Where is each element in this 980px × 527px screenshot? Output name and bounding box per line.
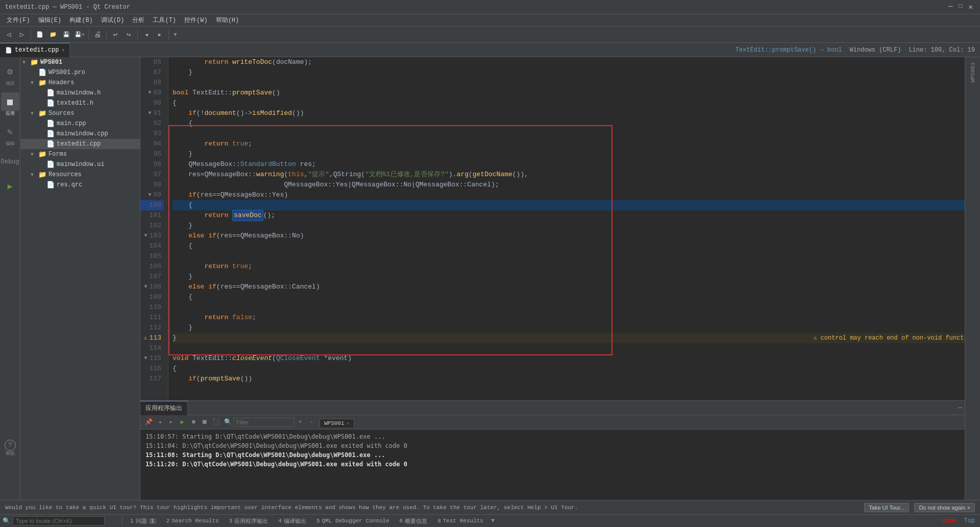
- ln-89: ▼89: [140, 88, 164, 98]
- toolbar-redo[interactable]: ↪: [122, 29, 135, 41]
- code-line-87: }: [173, 67, 980, 78]
- code-line-91: if(!document()->isModified()): [173, 108, 980, 118]
- tree-resources-icon: 📁: [38, 171, 46, 179]
- toolbar-next-nav[interactable]: ▸: [154, 29, 166, 41]
- debug-icon[interactable]: Debug: [1, 153, 19, 171]
- menu-file[interactable]: 文件(F): [3, 15, 34, 26]
- project-icon[interactable]: ⚙: [1, 62, 19, 81]
- strip-tab-summary[interactable]: 6 概要信息: [395, 515, 433, 528]
- no-show-btn[interactable]: Do not show again ×: [914, 503, 975, 512]
- strip-tab-4-num: 4: [278, 518, 282, 524]
- maximize-btn[interactable]: □: [959, 3, 962, 11]
- tree-textedit-h[interactable]: 📄 textedit.h: [20, 98, 140, 108]
- code-container[interactable]: 86 87 88 ▼89 90 ▼91 92 93 94 95 96 97 98…: [140, 57, 980, 400]
- sidebar-icon-run[interactable]: ▶: [1, 175, 19, 198]
- tree-mainwindow-ui[interactable]: 📄 mainwindow.ui: [20, 159, 140, 170]
- menu-analyze[interactable]: 分析: [128, 15, 149, 26]
- tree-res-qrc[interactable]: 📄 res.qrc: [20, 180, 140, 190]
- tree-root[interactable]: ▼ 📁 WPS001: [20, 57, 140, 67]
- code-content[interactable]: return writeToDoc(docName); } bool TextE…: [168, 57, 980, 400]
- output-line-2: 15:11:04: D:\QT\qtCode\WPS001\Debug\debu…: [145, 441, 975, 450]
- tree-resources-group[interactable]: ▼ 📁 Resources: [20, 170, 140, 180]
- bottom-pin-btn[interactable]: 📌: [143, 417, 154, 428]
- sidebar-icon-project[interactable]: ⚙ 项目: [1, 60, 19, 89]
- right-sidebar-label[interactable]: WPS001: [970, 62, 976, 83]
- menu-build[interactable]: 构建(B): [65, 15, 97, 26]
- strip-tab-test[interactable]: 8 Test Results: [432, 515, 488, 528]
- close-btn[interactable]: ✕: [969, 3, 973, 11]
- toolbar-back[interactable]: ◁: [3, 29, 15, 41]
- strip-tab-compileoutput[interactable]: 4 编译输出: [273, 515, 311, 528]
- tab-textedit-cpp[interactable]: 📄 textedit.cpp ✕: [0, 43, 70, 57]
- code-line-95: }: [173, 149, 980, 159]
- toolbar-print[interactable]: 🖨: [91, 29, 104, 41]
- bottom-stop2-btn[interactable]: ⏹: [199, 417, 210, 428]
- tree-resources-label: Resources: [48, 171, 82, 178]
- top-btn[interactable]: Top: [964, 517, 975, 524]
- take-tour-btn[interactable]: Take UI Tour...: [864, 503, 909, 512]
- toolbar-prev-nav[interactable]: ◂: [140, 29, 153, 41]
- menu-widget[interactable]: 控件(W): [180, 15, 212, 26]
- ln-104: 104: [140, 241, 164, 251]
- locate-input[interactable]: [13, 516, 105, 525]
- tree-textedit-cpp[interactable]: 📄 textedit.cpp: [20, 139, 140, 149]
- tab-close-btn[interactable]: ✕: [61, 47, 64, 53]
- bottom-next-btn[interactable]: ▸: [165, 417, 177, 428]
- ln-92: 92: [140, 118, 164, 129]
- strip-tab-search[interactable]: 2 Search Results: [161, 515, 224, 528]
- tree-sources-group[interactable]: ▼ 📁 Sources: [20, 108, 140, 118]
- bottom-stop-btn[interactable]: ■: [188, 417, 199, 428]
- strip-tab-more[interactable]: ▼: [488, 517, 497, 524]
- menu-help[interactable]: 帮助(H): [212, 15, 243, 26]
- toolbar-save[interactable]: 💾: [60, 29, 72, 41]
- bottom-minus-btn[interactable]: -: [306, 417, 317, 428]
- strip-tab-appoutput[interactable]: 3 应用程序输出: [224, 515, 274, 528]
- tree-main-cpp-label: main.cpp: [57, 120, 86, 127]
- app-icon[interactable]: ▦: [1, 92, 19, 111]
- sidebar-icon-help[interactable]: ? 帮助: [5, 437, 16, 459]
- sidebar-icon-app[interactable]: ▦ 应用: [1, 90, 19, 119]
- sidebar-icon-debug[interactable]: Debug: [1, 150, 19, 174]
- bottom-tab-output[interactable]: 应用程序输出: [140, 401, 188, 415]
- tree-mainwindow-cpp[interactable]: 📄 mainwindow.cpp: [20, 129, 140, 139]
- editor-area[interactable]: 86 87 88 ▼89 90 ▼91 92 93 94 95 96 97 98…: [140, 57, 980, 400]
- toolbar-new[interactable]: 📄: [34, 29, 46, 41]
- tree-mainwindow-h[interactable]: 📄 mainwindow.h: [20, 88, 140, 98]
- bottom-prev-btn[interactable]: ◂: [154, 417, 165, 428]
- tree-headers-group[interactable]: ▼ 📁 Headers: [20, 78, 140, 88]
- strip-tab-issues[interactable]: 1 问题 1: [125, 515, 161, 528]
- toolbar-undo[interactable]: ↩: [109, 29, 121, 41]
- run-icon[interactable]: ▶: [1, 177, 19, 196]
- bottom-play-btn[interactable]: ▶: [177, 417, 188, 428]
- help-icon[interactable]: ?: [5, 440, 16, 451]
- bottom-add-btn[interactable]: +: [295, 417, 306, 428]
- status-bar: Would you like to take a quick UI tour? …: [0, 500, 980, 514]
- tree-pro-file[interactable]: 📄 WPS001.pro: [20, 67, 140, 78]
- ln-114: 114: [140, 343, 164, 353]
- status-right-buttons: Take UI Tour... Do not show again ×: [864, 503, 975, 512]
- toolbar-forward[interactable]: ▷: [16, 29, 28, 41]
- menu-tools[interactable]: 工具(T): [149, 15, 180, 26]
- ln-94: 94: [140, 139, 164, 149]
- minimize-btn[interactable]: ─: [948, 3, 952, 11]
- menu-debug[interactable]: 调试(D): [97, 15, 129, 26]
- bottom-strip: 🔍 1 问题 1 2 Search Results 3 应用程序输出 4 编译输…: [0, 514, 980, 527]
- bottom-panel-minimize[interactable]: ─: [958, 404, 962, 412]
- csdn-logo: CSDN: [943, 518, 956, 524]
- menu-edit[interactable]: 编辑(E): [34, 15, 66, 26]
- tree-main-cpp[interactable]: 📄 main.cpp: [20, 118, 140, 129]
- bottom-zoom-btn[interactable]: ⬛: [210, 417, 222, 428]
- code-line-88: [173, 78, 980, 88]
- bottom-wps001-tab[interactable]: WPS001 ✕: [320, 419, 354, 427]
- filter-input[interactable]: [233, 418, 295, 427]
- tree-forms-group[interactable]: ▼ 📁 Forms: [20, 149, 140, 159]
- bottom-wps001-close[interactable]: ✕: [347, 420, 350, 426]
- sidebar-icon-edit[interactable]: ✎ 编辑: [1, 120, 19, 149]
- strip-tab-6-num: 6: [400, 518, 403, 524]
- tree-headers-label: Headers: [48, 79, 74, 86]
- toolbar-saveall[interactable]: 💾+: [74, 29, 86, 41]
- edit-mode-icon[interactable]: ✎: [1, 123, 19, 141]
- toolbar-open[interactable]: 📁: [47, 29, 59, 41]
- ln-107: 107: [140, 272, 164, 282]
- strip-tab-qml[interactable]: 5 QML Debugger Console: [311, 515, 395, 528]
